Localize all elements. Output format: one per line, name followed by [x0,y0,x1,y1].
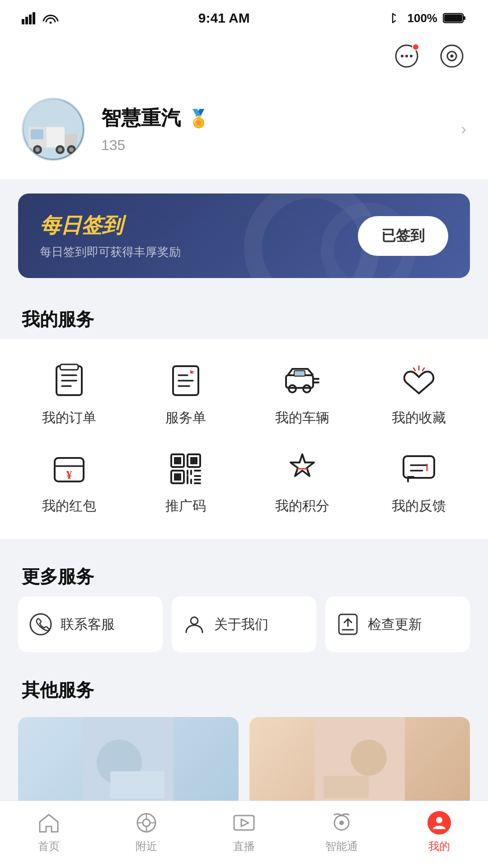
svg-point-11 [410,55,413,57]
svg-point-9 [401,55,404,57]
profile-name: 智慧重汽 [101,105,181,132]
svg-rect-30 [60,364,78,370]
svg-rect-53 [174,473,181,481]
service-label-points: 我的积分 [275,497,329,515]
service-item-points[interactable]: 我的积分 [253,449,352,515]
more-service-label-contact: 联系客服 [61,615,115,634]
svg-point-23 [58,147,62,152]
nav-label-smart: 智能通 [325,839,358,854]
svg-point-87 [339,821,344,825]
service-order-icon [166,361,206,401]
svg-rect-39 [294,371,305,376]
status-time: 9:41 AM [198,10,250,26]
checkin-banner[interactable]: 每日签到 每日签到即可获得丰厚奖励 已签到 [18,193,470,278]
service-label-order: 我的订单 [42,409,96,427]
svg-point-14 [450,55,454,58]
smart-icon [329,810,354,835]
scan-button[interactable] [437,42,466,71]
svg-point-21 [35,147,40,152]
more-service-label-update: 检查更新 [368,615,422,634]
favorite-icon [399,361,439,401]
svg-rect-51 [190,457,197,464]
svg-rect-49 [174,457,181,464]
service-item-feedback[interactable]: 我的反馈 [369,449,469,515]
points-icon [282,449,322,489]
nav-item-nearby[interactable]: 附近 [98,810,195,854]
service-label-feedback: 我的反馈 [392,497,446,515]
other-service-card-2[interactable] [249,717,470,807]
profile-id: 135 [101,137,445,154]
svg-rect-0 [22,19,24,24]
service-item-service-order[interactable]: 服务单 [136,361,235,427]
svg-rect-1 [25,17,28,24]
feedback-icon [399,449,439,489]
svg-rect-2 [29,14,32,24]
svg-point-25 [69,147,74,152]
checkin-text: 每日签到 每日签到即可获得丰厚奖励 [40,212,181,260]
message-button[interactable] [392,42,421,71]
svg-line-44 [422,368,424,371]
nav-item-profile[interactable]: 我的 [390,810,488,854]
checkin-button[interactable]: 已签到 [358,216,448,256]
other-service-image-1 [18,717,239,807]
service-label-vehicle: 我的车辆 [275,409,329,427]
about-icon [183,613,206,636]
redpacket-icon: ¥ [49,449,89,489]
service-item-order[interactable]: 我的订单 [19,361,119,427]
more-service-contact[interactable]: 联系客服 [18,596,163,652]
service-label-service-order: 服务单 [165,409,206,427]
service-label-qrcode: 推广码 [165,497,206,515]
order-icon [49,361,89,401]
other-service-image-2 [249,717,470,807]
service-item-favorite[interactable]: 我的收藏 [369,361,469,427]
profile-nav-icon [427,810,452,835]
bottom-nav: 首页 附近 直播 [0,801,488,868]
svg-point-10 [405,55,408,57]
profile-arrow[interactable]: › [461,120,466,139]
qrcode-icon [166,449,206,489]
svg-point-79 [143,819,150,826]
svg-rect-18 [31,129,43,139]
other-service-card-1[interactable] [18,717,239,807]
more-service-update[interactable]: 检查更新 [325,596,470,652]
service-item-vehicle[interactable]: 我的车辆 [253,361,352,427]
battery-percent: 100% [407,11,437,25]
my-services-grid: 我的订单 服务单 [0,339,488,539]
crown-badge: 🏅 [188,108,209,128]
svg-text:¥: ¥ [66,468,72,481]
avatar[interactable] [22,98,85,161]
profile-section: 智慧重汽 🏅 135 › [0,81,488,179]
nav-item-smart[interactable]: 智能通 [293,810,390,854]
nav-label-profile: 我的 [428,839,450,854]
top-icons-bar [0,33,488,81]
nearby-icon [134,810,159,835]
my-services-title: 我的服务 [0,292,488,339]
more-services-title: 更多服务 [0,550,488,596]
svg-rect-74 [110,771,164,798]
nav-label-nearby: 附近 [136,839,157,854]
service-label-redpacket: 我的红包 [42,497,96,515]
checkin-subtitle: 每日签到即可获得丰厚奖励 [40,244,181,260]
status-bar: 9:41 AM 100% [0,0,488,33]
svg-point-88 [436,817,442,823]
profile-info: 智慧重汽 🏅 135 [101,105,445,154]
nav-item-live[interactable]: 直播 [195,810,293,854]
svg-point-4 [50,22,52,24]
phone-icon [29,613,52,636]
service-item-redpacket[interactable]: ¥ 我的红包 [19,449,119,515]
nav-label-live: 直播 [233,839,255,854]
more-services-grid: 联系客服 关于我们 检查更新 [0,596,488,663]
live-icon [231,810,257,835]
other-services-cards [0,710,488,815]
other-services-title: 其他服务 [0,663,488,710]
home-icon [36,810,61,835]
nav-item-home[interactable]: 首页 [0,810,98,854]
svg-rect-84 [234,816,254,830]
checkin-title: 每日签到 [40,212,181,240]
signal-icons [22,12,59,24]
services-row-2: ¥ 我的红包 [0,442,488,530]
more-service-about[interactable]: 关于我们 [172,596,316,652]
service-label-favorite: 我的收藏 [392,409,446,427]
svg-rect-7 [444,14,462,22]
service-item-qrcode[interactable]: 推广码 [136,449,235,515]
